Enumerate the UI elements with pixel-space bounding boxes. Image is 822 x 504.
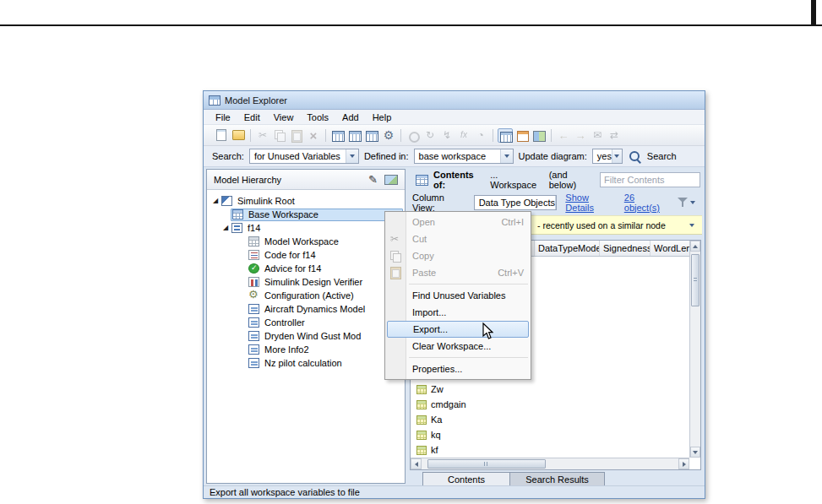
sync-icon[interactable] [607, 128, 622, 143]
chevron-down-icon[interactable] [500, 149, 513, 163]
title-bar: Model Explorer [204, 91, 705, 110]
chevron-down-icon[interactable] [346, 149, 358, 163]
column-view-dropdown[interactable]: Data Type Objects [474, 195, 558, 210]
show-details-link[interactable]: Show Details [565, 192, 615, 213]
menu-add[interactable]: Add [335, 111, 366, 124]
function-icon[interactable] [456, 128, 471, 143]
expand-arrow-icon[interactable] [210, 198, 220, 204]
insert-column-icon[interactable] [347, 128, 362, 143]
filter-options-button[interactable] [678, 197, 695, 208]
new-model-icon[interactable] [214, 128, 229, 143]
scroll-right-button[interactable] [678, 458, 689, 469]
horizontal-scrollbar[interactable] [411, 458, 689, 469]
context-menu-item-cut[interactable]: Cut [385, 230, 531, 247]
status-text: Export all workspace variables to file [210, 487, 360, 497]
tree-item-label: Code for f14 [262, 250, 318, 260]
object-count-link[interactable]: 26 object(s) [624, 192, 669, 213]
expand-arrow-icon[interactable] [220, 225, 231, 231]
table-row[interactable]: kf [411, 442, 689, 458]
search-icon[interactable] [628, 149, 642, 163]
tree-item-base-workspace[interactable]: Base Workspace [207, 208, 405, 221]
code-icon [248, 250, 259, 260]
layout-view-icon[interactable] [531, 128, 547, 143]
table-row[interactable]: kq [411, 427, 689, 442]
tree-item-label: Base Workspace [246, 209, 321, 219]
context-menu-item-open[interactable]: Open Ctrl+I [385, 214, 531, 230]
menu-view[interactable]: View [267, 111, 301, 124]
tree-item-f14[interactable]: f14 [207, 221, 405, 235]
contents-header: Contents of: ... Workspace (and below) [409, 169, 702, 191]
tree-item-nz-pilot-calculation[interactable]: Nz pilot calculation [207, 356, 405, 370]
tree-item-simulink-root[interactable]: Simulink Root [207, 194, 405, 208]
tab-contents[interactable]: Contents [422, 472, 510, 486]
contents-of-value: ... Workspace [490, 170, 543, 190]
scroll-up-button[interactable] [690, 241, 700, 252]
table-row[interactable]: Ka [411, 412, 689, 427]
suggestion-dropdown-icon[interactable] [689, 224, 694, 227]
tree-item-dryden-wind-gust[interactable]: Dryden Wind Gust Mod [207, 329, 405, 343]
context-menu-item-find-unused-variables[interactable]: Find Unused Variables [385, 287, 531, 304]
vertical-scrollbar[interactable] [689, 241, 700, 458]
copy-icon[interactable] [272, 128, 287, 143]
paste-icon[interactable] [289, 128, 304, 143]
navigate-back-icon[interactable] [556, 128, 571, 143]
send-mail-icon[interactable] [590, 128, 605, 143]
search-type-dropdown[interactable]: for Unused Variables [249, 149, 359, 164]
tab-search-results[interactable]: Search Results [510, 472, 605, 486]
column-header-wordlen[interactable]: WordLen [650, 241, 695, 256]
tree-item-controller[interactable]: Controller [207, 316, 405, 329]
horizontal-scroll-thumb[interactable] [427, 459, 546, 469]
search-button[interactable]: Search [647, 151, 677, 161]
tree-item-code-for-f14[interactable]: Code for f14 [207, 248, 405, 262]
menu-tools[interactable]: Tools [300, 111, 335, 124]
menu-file[interactable]: File [209, 111, 237, 124]
column-view-toggle-icon[interactable] [498, 128, 513, 143]
dialog-view-icon[interactable] [514, 128, 530, 143]
context-menu-item-copy[interactable]: Copy [385, 247, 531, 264]
delete-icon[interactable] [306, 128, 321, 143]
context-menu-item-import[interactable]: Import... [385, 304, 531, 321]
settings-gear-icon[interactable] [381, 128, 396, 143]
table-row[interactable]: Zw [411, 382, 689, 397]
menu-help[interactable]: Help [366, 111, 399, 124]
tree-item-aircraft-dynamics-model[interactable]: Aircraft Dynamics Model [207, 302, 405, 316]
snapshot-icon[interactable] [384, 175, 398, 185]
defined-in-dropdown[interactable]: base workspace [414, 149, 514, 164]
evaluate-icon[interactable] [439, 128, 455, 143]
link-icon[interactable] [406, 128, 421, 143]
chevron-down-icon[interactable] [612, 149, 622, 163]
tree-item-design-verifier[interactable]: Simulink Design Verifier [207, 275, 405, 289]
tree-item-label: Advice for f14 [262, 263, 324, 274]
toolbar-separator [325, 129, 326, 142]
vertical-scroll-thumb[interactable] [691, 254, 700, 306]
update-diagram-dropdown[interactable]: yes [592, 149, 623, 164]
column-header-datatypemode[interactable]: DataTypeMode [534, 241, 599, 256]
tree-item-label: Configuration (Active) [262, 290, 357, 301]
subsystem-icon [248, 331, 259, 341]
tree-item-model-workspace[interactable]: Model Workspace [207, 235, 405, 248]
refresh-icon[interactable] [422, 128, 438, 143]
open-folder-icon[interactable] [231, 128, 246, 143]
chevron-down-icon[interactable] [555, 196, 557, 209]
insert-row-icon[interactable] [330, 128, 346, 143]
filter-contents-input[interactable] [600, 172, 700, 187]
tree-item-more-info2[interactable]: More Info2 [207, 343, 405, 356]
variable-name: cmdgain [431, 399, 466, 409]
context-menu-item-export[interactable]: Export... [387, 321, 529, 338]
column-header-signedness[interactable]: Signedness [599, 241, 650, 256]
scroll-left-button[interactable] [411, 458, 422, 469]
context-menu-item-properties[interactable]: Properties... [385, 360, 531, 377]
scroll-down-button[interactable] [690, 447, 700, 458]
menu-edit[interactable]: Edit [237, 111, 267, 124]
edit-pencil-icon[interactable]: ✎ [368, 174, 378, 185]
navigate-forward-icon[interactable] [573, 128, 588, 143]
tree-item-configuration-active[interactable]: Configuration (Active) [207, 289, 405, 302]
context-menu-item-clear-workspace[interactable]: Clear Workspace... [385, 338, 531, 355]
tree-item-advice-for-f14[interactable]: Advice for f14 [207, 262, 405, 275]
context-menu-item-paste[interactable]: Paste Ctrl+V [385, 264, 531, 281]
table-row[interactable]: cmdgain [411, 397, 689, 412]
cut-icon[interactable] [255, 128, 270, 143]
history-icon[interactable] [473, 128, 488, 143]
subsystem-icon [248, 358, 259, 368]
edit-table-icon[interactable] [364, 128, 379, 143]
